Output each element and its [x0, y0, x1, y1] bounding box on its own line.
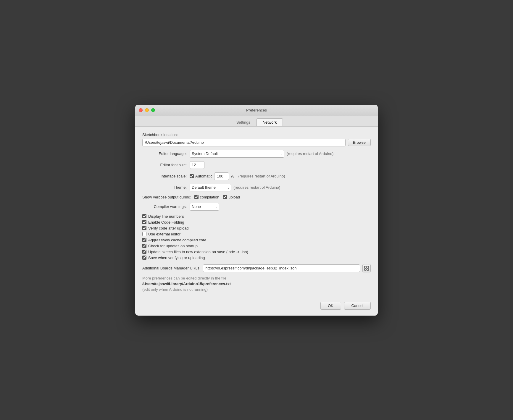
checkbox-row-save-when-verifying: Save when verifying or uploading: [142, 256, 371, 260]
interface-scale-row: Interface scale: Automatic % (requires r…: [142, 172, 371, 180]
upload-label: upload: [228, 195, 240, 199]
close-button[interactable]: [139, 108, 143, 112]
theme-label: Theme:: [142, 185, 190, 190]
interface-scale-note: (requires restart of Arduino): [238, 174, 285, 178]
verbose-output-label: Show verbose output during:: [142, 195, 194, 199]
update-sketch-files-label: Update sketch files to new extension on …: [148, 250, 248, 254]
theme-note: (requires restart of Arduino): [233, 185, 280, 190]
additional-boards-label: Additional Boards Manager URLs:: [142, 266, 201, 270]
bottom-buttons: OK Cancel: [135, 298, 378, 316]
upload-checkbox[interactable]: [223, 195, 227, 199]
upload-checkbox-label[interactable]: upload: [223, 195, 240, 199]
display-line-numbers-label: Display line numbers: [148, 214, 184, 219]
tab-settings[interactable]: Settings: [230, 118, 256, 126]
svg-rect-1: [367, 266, 369, 268]
minimize-button[interactable]: [145, 108, 149, 112]
aggressively-cache-checkbox[interactable]: [142, 238, 146, 242]
checkbox-row-update-sketch-files: Update sketch files to new extension on …: [142, 250, 371, 254]
theme-row: Theme: Default theme (requires restart o…: [142, 184, 371, 191]
sketchbook-section: Sketchbook location: Browse: [142, 133, 371, 146]
checkboxes-section: Display line numbers Enable Code Folding…: [142, 214, 371, 260]
grid-icon: [364, 266, 369, 271]
svg-rect-2: [364, 269, 366, 270]
maximize-button[interactable]: [151, 108, 155, 112]
automatic-checkbox[interactable]: [190, 174, 194, 178]
use-external-editor-label: Use external editor: [148, 232, 180, 236]
verify-code-after-upload-checkbox[interactable]: [142, 226, 146, 230]
cancel-button[interactable]: Cancel: [344, 302, 371, 310]
checkbox-row-enable-code-folding: Enable Code Folding: [142, 220, 371, 224]
save-when-verifying-checkbox[interactable]: [142, 256, 146, 260]
boards-url-input[interactable]: [203, 264, 360, 272]
check-for-updates-checkbox[interactable]: [142, 244, 146, 248]
settings-content: Sketchbook location: Browse Editor langu…: [135, 127, 378, 298]
compilation-checkbox[interactable]: [194, 195, 199, 199]
additional-boards-row: Additional Boards Manager URLs:: [142, 264, 371, 272]
scale-spinner-wrapper: [214, 172, 229, 180]
boards-url-grid-button[interactable]: [362, 264, 371, 272]
title-bar: Preferences: [135, 105, 378, 116]
svg-rect-3: [367, 269, 369, 270]
preferences-note-section: More preferences can be edited directly …: [142, 276, 371, 292]
scale-input[interactable]: [214, 172, 229, 180]
compiler-warnings-select[interactable]: None: [190, 203, 219, 211]
preferences-window: Preferences Settings Network Sketchbook …: [135, 105, 378, 316]
preferences-note-line2: (edit only when Arduino is not running): [142, 287, 371, 292]
checkbox-row-verify-code-after-upload: Verify code after upload: [142, 226, 371, 230]
verify-code-after-upload-label: Verify code after upload: [148, 226, 189, 230]
window-title: Preferences: [246, 108, 267, 112]
compiler-warnings-select-wrapper: None: [190, 203, 219, 211]
theme-select[interactable]: Default theme: [190, 184, 231, 191]
preferences-file-path: /Users/tejaswi/Library/Arduino15/prefere…: [142, 282, 371, 286]
editor-language-select-wrapper: System Default: [190, 150, 284, 158]
display-line-numbers-checkbox[interactable]: [142, 214, 146, 218]
use-external-editor-checkbox[interactable]: [142, 232, 146, 236]
editor-language-note: (requires restart of Arduino): [287, 151, 333, 156]
automatic-checkbox-label[interactable]: Automatic: [190, 174, 212, 178]
editor-language-row: Editor language: System Default (require…: [142, 150, 371, 158]
editor-font-size-input[interactable]: [190, 161, 204, 169]
verbose-output-controls: compilation upload: [194, 195, 240, 199]
tab-network[interactable]: Network: [256, 118, 283, 126]
preferences-note-line1: More preferences can be edited directly …: [142, 276, 371, 280]
editor-font-size-row: Editor font size:: [142, 161, 371, 169]
editor-language-select[interactable]: System Default: [190, 150, 284, 158]
theme-select-wrapper: Default theme: [190, 184, 231, 191]
traffic-lights: [139, 108, 155, 112]
check-for-updates-label: Check for updates on startup: [148, 244, 198, 248]
enable-code-folding-label: Enable Code Folding: [148, 220, 184, 224]
sketchbook-input-row: Browse: [142, 139, 371, 146]
svg-rect-0: [364, 266, 366, 268]
interface-scale-controls: Automatic % (requires restart of Arduino…: [190, 172, 285, 180]
browse-button[interactable]: Browse: [348, 139, 371, 146]
interface-scale-label: Interface scale:: [142, 174, 190, 178]
sketchbook-path-input[interactable]: [142, 139, 346, 146]
compilation-checkbox-label[interactable]: compilation: [194, 195, 220, 199]
checkbox-row-use-external-editor: Use external editor: [142, 232, 371, 236]
checkbox-row-aggressively-cache: Aggressively cache compiled core: [142, 238, 371, 242]
checkbox-row-display-line-numbers: Display line numbers: [142, 214, 371, 219]
automatic-label: Automatic: [195, 174, 212, 178]
update-sketch-files-checkbox[interactable]: [142, 250, 146, 254]
editor-language-label: Editor language:: [142, 151, 190, 156]
checkbox-row-check-for-updates: Check for updates on startup: [142, 244, 371, 248]
save-when-verifying-label: Save when verifying or uploading: [148, 256, 205, 260]
compiler-warnings-row: Compiler warnings: None: [142, 203, 371, 211]
scale-unit: %: [231, 174, 234, 178]
ok-button[interactable]: OK: [320, 302, 341, 310]
compilation-label: compilation: [200, 195, 220, 199]
enable-code-folding-checkbox[interactable]: [142, 220, 146, 224]
aggressively-cache-label: Aggressively cache compiled core: [148, 238, 207, 242]
compiler-warnings-label: Compiler warnings:: [142, 204, 190, 209]
sketchbook-label: Sketchbook location:: [142, 133, 371, 137]
verbose-output-row: Show verbose output during: compilation …: [142, 195, 371, 199]
tab-bar: Settings Network: [135, 116, 378, 127]
editor-font-size-label: Editor font size:: [142, 163, 190, 167]
